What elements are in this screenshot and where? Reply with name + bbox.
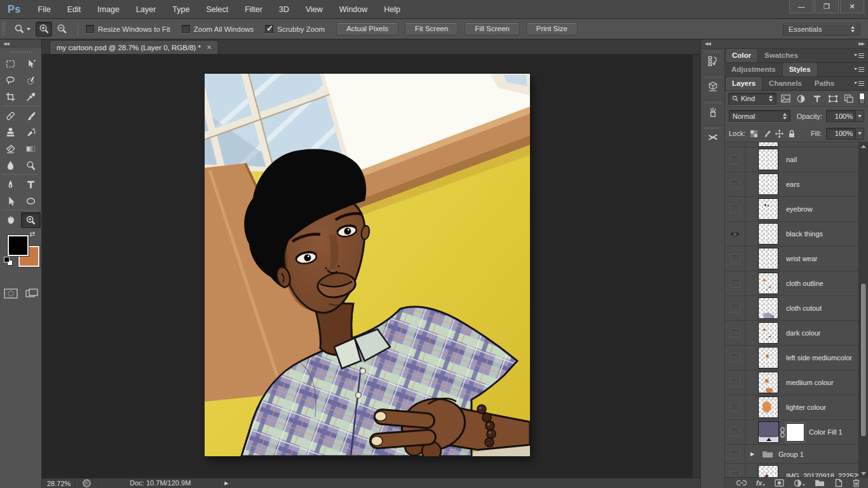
lasso-tool[interactable] xyxy=(1,72,20,88)
3d-panel-button[interactable] xyxy=(701,74,724,100)
panel-tab[interactable]: Color xyxy=(725,48,758,62)
layer-thumbnail[interactable] xyxy=(758,297,778,319)
blur-tool[interactable] xyxy=(1,158,20,173)
menu-item[interactable]: Help xyxy=(376,0,409,19)
screen-mode-icon[interactable] xyxy=(25,288,38,299)
layer-row[interactable]: ▶ lighter colour xyxy=(725,395,858,420)
layer-row[interactable]: ▶ Group 1 xyxy=(725,445,858,464)
rectangular-marquee-tool[interactable] xyxy=(1,56,20,72)
panel-menu-icon[interactable] xyxy=(854,81,864,86)
scroll-up-icon[interactable] xyxy=(859,142,868,150)
menu-item[interactable]: Layer xyxy=(128,0,164,19)
visibility-toggle[interactable] xyxy=(725,197,745,221)
history-brush-tool[interactable] xyxy=(21,125,41,140)
blend-mode-dropdown[interactable]: Normal xyxy=(729,110,790,122)
layer-styles-button[interactable]: fx xyxy=(756,479,766,487)
crop-tool[interactable] xyxy=(1,89,20,105)
clone-stamp-tool[interactable] xyxy=(1,125,20,140)
delete-layer-button[interactable] xyxy=(852,478,860,487)
panel-tab[interactable]: Channels xyxy=(763,77,808,90)
layer-row[interactable]: ▶ wrist wear xyxy=(725,247,858,271)
layer-thumbnail[interactable] xyxy=(758,149,778,170)
menu-item[interactable]: Type xyxy=(164,0,198,19)
minimize-button[interactable]: — xyxy=(789,0,813,13)
status-drive-icon[interactable] xyxy=(83,479,91,487)
filter-pixel-layers-button[interactable] xyxy=(779,93,792,104)
layer-thumbnail[interactable] xyxy=(758,396,778,418)
layer-thumbnail[interactable] xyxy=(758,347,778,369)
quick-mask-icon[interactable] xyxy=(4,288,18,299)
options-button[interactable]: Fit Screen xyxy=(405,22,458,36)
layer-thumbnail[interactable] xyxy=(758,248,778,269)
visibility-toggle[interactable] xyxy=(725,247,745,271)
clone-source-panel-button[interactable] xyxy=(701,125,724,151)
panel-tab[interactable]: Swatches xyxy=(758,49,804,62)
layer-row[interactable]: ▶ mediium colour xyxy=(725,370,858,395)
visibility-toggle[interactable] xyxy=(725,346,745,370)
options-gripper[interactable] xyxy=(2,22,5,37)
scroll-down-icon[interactable] xyxy=(859,470,868,477)
menu-item[interactable]: Window xyxy=(331,0,376,19)
status-doc-info[interactable]: Doc: 10.7M/120.9M xyxy=(100,478,220,488)
layer-row[interactable]: ▶ cloth outline xyxy=(725,271,858,296)
zoom-tool[interactable] xyxy=(21,212,41,228)
history-panel-button[interactable] xyxy=(701,49,724,74)
panel-menu-icon[interactable] xyxy=(854,53,864,58)
panel-tab[interactable]: Paths xyxy=(808,77,841,90)
visibility-toggle[interactable] xyxy=(725,464,745,477)
panel-tab[interactable]: Layers xyxy=(725,76,763,90)
brush-presets-panel-button[interactable] xyxy=(701,100,724,125)
visibility-toggle[interactable] xyxy=(725,222,745,246)
active-tool-badge[interactable] xyxy=(10,24,34,34)
close-button[interactable]: ✕ xyxy=(840,0,864,13)
layer-row[interactable]: ▶ nail xyxy=(725,147,858,172)
pen-tool[interactable] xyxy=(1,177,20,193)
menu-item[interactable]: Image xyxy=(89,0,128,19)
tab-close-icon[interactable]: ✕ xyxy=(207,44,212,51)
options-checkbox[interactable]: Scrubby Zoom xyxy=(265,25,325,33)
layer-row[interactable]: ▶ Color Fill 1 xyxy=(725,420,858,445)
workspace-switcher[interactable]: Essentials xyxy=(783,23,860,36)
toolbox-collapse[interactable]: ◀◀ xyxy=(0,39,41,48)
menu-item[interactable]: Edit xyxy=(59,0,90,19)
lock-transparency-button[interactable] xyxy=(750,130,758,138)
options-button[interactable]: Actual Pixels xyxy=(336,22,398,36)
quick-selection-tool[interactable] xyxy=(21,72,41,88)
fill-field[interactable]: 100% xyxy=(826,128,864,140)
visibility-toggle[interactable] xyxy=(725,296,745,320)
eyedropper-tool[interactable] xyxy=(21,89,41,105)
layer-thumbnail[interactable] xyxy=(758,372,778,393)
lock-all-button[interactable] xyxy=(788,130,796,138)
filtering-toggle-switch[interactable] xyxy=(859,93,865,104)
status-zoom-field[interactable]: 28.72% xyxy=(42,478,76,488)
options-button[interactable]: Print Size xyxy=(526,22,578,36)
document-tab[interactable]: my cartoon.psd @ 28.7% (Layer 0, RGB/8) … xyxy=(50,40,219,54)
type-tool[interactable] xyxy=(21,177,41,193)
options-checkbox[interactable]: Resize Windows to Fit xyxy=(86,25,170,33)
zoom-out-button[interactable] xyxy=(53,22,70,37)
canvas-image[interactable] xyxy=(205,74,530,456)
new-adjustment-layer-button[interactable] xyxy=(794,479,805,487)
restore-button[interactable]: ❐ xyxy=(815,0,839,13)
add-layer-mask-button[interactable] xyxy=(775,479,784,487)
collapse-right-icon[interactable]: ▶▶ xyxy=(858,41,864,46)
layer-row[interactable]: ▶ ears xyxy=(725,172,858,197)
fill-arrow-icon[interactable] xyxy=(855,128,864,140)
layer-row[interactable]: ▶ IMG_20170918_222529 xyxy=(725,464,858,477)
ellipse-tool[interactable] xyxy=(21,193,41,209)
scrollbar-thumb[interactable] xyxy=(860,283,867,437)
panel-tab[interactable]: Styles xyxy=(782,62,818,76)
layer-thumbnail[interactable] xyxy=(758,465,778,477)
brush-tool[interactable] xyxy=(21,108,41,124)
document-vertical-scrollbar[interactable] xyxy=(692,55,700,478)
healing-brush-tool[interactable] xyxy=(1,108,20,124)
layer-thumbnail[interactable] xyxy=(758,273,778,294)
layer-thumbnail[interactable] xyxy=(758,322,778,344)
foreground-color-swatch[interactable] xyxy=(8,235,29,256)
panel-tab[interactable]: Adjustments xyxy=(725,63,782,76)
filter-type-layers-button[interactable] xyxy=(810,93,824,104)
lock-position-button[interactable] xyxy=(775,130,783,138)
visibility-toggle[interactable] xyxy=(725,395,745,419)
menu-item[interactable]: File xyxy=(30,0,59,19)
filter-kind-dropdown[interactable]: Kind xyxy=(728,93,776,105)
